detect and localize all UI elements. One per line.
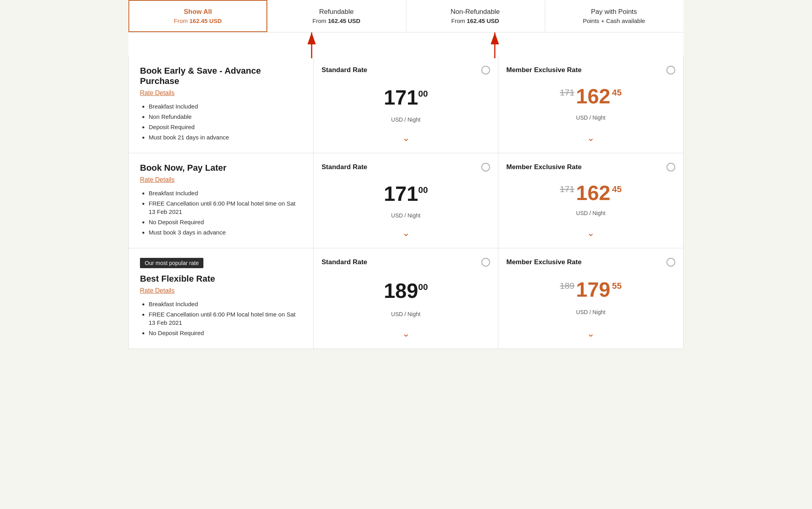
- member-header-book-now: Member Exclusive Rate: [506, 163, 675, 172]
- chevron-standard-best-flexible[interactable]: ⌄: [402, 328, 410, 339]
- member-price-display-book-now: 171 162 45: [560, 183, 622, 203]
- rate-info-book-early: Book Early & Save - Advance Purchase Rat…: [129, 56, 314, 153]
- rate-details-link-book-now[interactable]: Rate Details: [140, 176, 174, 183]
- standard-price-main-book-early: 171: [384, 87, 418, 108]
- member-label-book-early: Member Exclusive Rate: [506, 66, 582, 74]
- tab-show-all[interactable]: Show All From 162.45 USD: [128, 0, 267, 32]
- list-item: Must book 3 days in advance: [149, 228, 302, 236]
- member-header-best-flexible: Member Exclusive Rate: [506, 258, 675, 267]
- member-strikethrough-book-early: 171: [560, 88, 575, 97]
- standard-label-book-early: Standard Rate: [322, 66, 367, 74]
- rate-details-link-best-flexible[interactable]: Rate Details: [140, 287, 174, 294]
- chevron-standard-book-early[interactable]: ⌄: [402, 132, 410, 143]
- member-price-book-now: Member Exclusive Rate 171 162 45 USD / N…: [498, 153, 683, 248]
- member-price-display-book-early: 171 162 45: [560, 86, 622, 107]
- standard-price-best-flexible: Standard Rate 189 00 USD / Night ⌄: [314, 248, 498, 349]
- list-item: FREE Cancellation until 6:00 PM local ho…: [149, 310, 302, 327]
- rate-features-best-flexible: Breakfast Included FREE Cancellation unt…: [140, 300, 302, 337]
- tab-pay-with-points[interactable]: Pay with Points Points + Cash available: [545, 0, 684, 32]
- member-label-book-now: Member Exclusive Rate: [506, 163, 582, 171]
- standard-label-best-flexible: Standard Rate: [322, 258, 367, 266]
- member-label-best-flexible: Member Exclusive Rate: [506, 258, 582, 266]
- tab-show-all-sub: From 162.45 USD: [137, 17, 259, 24]
- list-item: Must book 21 days in advance: [149, 133, 302, 141]
- arrow-left: [300, 29, 324, 60]
- member-price-unit-best-flexible: USD / Night: [576, 309, 605, 315]
- list-item: FREE Cancellation until 6:00 PM local ho…: [149, 199, 302, 216]
- member-price-unit-book-now: USD / Night: [576, 210, 605, 216]
- standard-price-display-best-flexible: 189 00: [384, 280, 428, 301]
- member-price-unit-book-early: USD / Night: [576, 114, 605, 121]
- list-item: Breakfast Included: [149, 189, 302, 197]
- filter-tabs: Show All From 162.45 USD Refundable From…: [128, 0, 684, 32]
- radio-member-book-early[interactable]: [666, 66, 675, 74]
- rate-features-book-now: Breakfast Included FREE Cancellation unt…: [140, 189, 302, 236]
- list-item: Non Refundable: [149, 112, 302, 121]
- standard-price-book-early: Standard Rate 171 00 USD / Night ⌄: [314, 56, 498, 153]
- standard-header-book-early: Standard Rate: [322, 66, 490, 74]
- member-price-best-flexible: Member Exclusive Rate 189 179 55 USD / N…: [498, 248, 683, 349]
- rate-name-book-early: Book Early & Save - Advance Purchase: [140, 66, 302, 86]
- standard-price-cents-best-flexible: 00: [418, 283, 428, 292]
- standard-price-unit-best-flexible: USD / Night: [391, 311, 421, 317]
- list-item: Deposit Required: [149, 123, 302, 131]
- radio-standard-best-flexible[interactable]: [481, 258, 490, 267]
- member-price-cents-book-early: 45: [612, 88, 622, 97]
- rate-name-book-now: Book Now, Pay Later: [140, 163, 302, 173]
- standard-price-unit-book-now: USD / Night: [391, 212, 421, 219]
- member-strikethrough-best-flexible: 189: [560, 282, 575, 290]
- tab-non-refundable-sub: From 162.45 USD: [414, 17, 536, 24]
- radio-standard-book-early[interactable]: [481, 66, 490, 74]
- chevron-standard-book-now[interactable]: ⌄: [402, 227, 410, 238]
- popular-badge: Our most popular rate: [140, 258, 203, 268]
- tab-refundable[interactable]: Refundable From 162.45 USD: [267, 0, 406, 32]
- member-price-book-early: Member Exclusive Rate 171 162 45 USD / N…: [498, 56, 683, 153]
- standard-price-display-book-early: 171 00: [384, 87, 428, 108]
- radio-member-book-now[interactable]: [666, 163, 675, 172]
- page-wrapper: Show All From 162.45 USD Refundable From…: [128, 0, 684, 349]
- member-strikethrough-book-now: 171: [560, 185, 575, 194]
- standard-price-unit-book-early: USD / Night: [391, 116, 421, 123]
- arrow-right: [483, 29, 507, 60]
- member-header-book-early: Member Exclusive Rate: [506, 66, 675, 74]
- rate-details-link-book-early[interactable]: Rate Details: [140, 90, 174, 97]
- member-price-main-book-now: 162: [576, 183, 611, 203]
- tab-refundable-sub: From 162.45 USD: [276, 17, 397, 24]
- arrows-area: [128, 32, 684, 56]
- rate-features-book-early: Breakfast Included Non Refundable Deposi…: [140, 102, 302, 141]
- rate-row-best-flexible: Our most popular rate Best Flexible Rate…: [128, 248, 684, 349]
- rate-row-book-early: Book Early & Save - Advance Purchase Rat…: [128, 56, 684, 153]
- chevron-member-book-now[interactable]: ⌄: [587, 227, 595, 238]
- member-price-cents-best-flexible: 55: [612, 282, 622, 290]
- member-price-cents-book-now: 45: [612, 185, 622, 194]
- tab-pay-with-points-title: Pay with Points: [553, 8, 675, 16]
- list-item: Breakfast Included: [149, 300, 302, 308]
- member-price-main-book-early: 162: [576, 86, 611, 107]
- standard-price-main-best-flexible: 189: [384, 280, 418, 301]
- tab-pay-with-points-sub: Points + Cash available: [553, 17, 675, 24]
- chevron-member-book-early[interactable]: ⌄: [587, 132, 595, 143]
- tab-show-all-title: Show All: [137, 8, 259, 16]
- standard-price-cents-book-early: 00: [418, 90, 428, 98]
- radio-standard-book-now[interactable]: [481, 163, 490, 172]
- tab-non-refundable-title: Non-Refundable: [414, 8, 536, 16]
- radio-member-best-flexible[interactable]: [666, 258, 675, 267]
- chevron-member-best-flexible[interactable]: ⌄: [587, 328, 595, 339]
- tab-non-refundable[interactable]: Non-Refundable From 162.45 USD: [406, 0, 545, 32]
- rate-name-best-flexible: Best Flexible Rate: [140, 274, 302, 284]
- rate-row-book-now: Book Now, Pay Later Rate Details Breakfa…: [128, 153, 684, 248]
- standard-price-main-book-now: 171: [384, 183, 418, 204]
- list-item: No Deposit Required: [149, 329, 302, 337]
- standard-price-display-book-now: 171 00: [384, 183, 428, 204]
- rate-info-book-now: Book Now, Pay Later Rate Details Breakfa…: [129, 153, 314, 248]
- list-item: No Deposit Required: [149, 218, 302, 226]
- standard-header-book-now: Standard Rate: [322, 163, 490, 172]
- rate-info-best-flexible: Our most popular rate Best Flexible Rate…: [129, 248, 314, 349]
- member-price-display-best-flexible: 189 179 55: [560, 279, 622, 300]
- standard-header-best-flexible: Standard Rate: [322, 258, 490, 267]
- tab-refundable-title: Refundable: [276, 8, 397, 16]
- list-item: Breakfast Included: [149, 102, 302, 111]
- member-price-main-best-flexible: 179: [576, 279, 611, 300]
- standard-price-cents-book-now: 00: [418, 186, 428, 194]
- standard-price-book-now: Standard Rate 171 00 USD / Night ⌄: [314, 153, 498, 248]
